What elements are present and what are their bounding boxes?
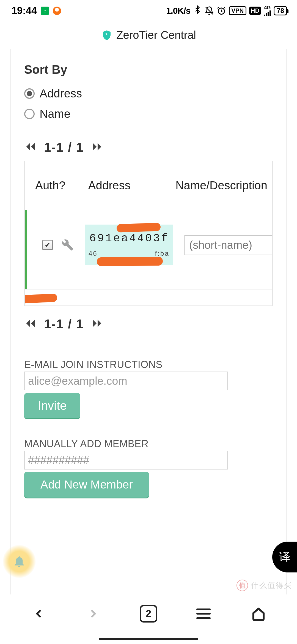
nav-forward-button[interactable] xyxy=(82,603,105,625)
mute-bell-icon xyxy=(205,6,214,15)
manual-address-input[interactable] xyxy=(24,451,228,470)
prev-page-icon[interactable] xyxy=(24,140,37,154)
next-page-icon[interactable] xyxy=(91,317,103,331)
radio-name-label: Name xyxy=(40,107,70,121)
table-row: ✔ 691ea4403f 46 f:ba xyxy=(25,210,272,289)
sort-heading: Sort By xyxy=(24,63,273,77)
add-member-button[interactable]: Add New Member xyxy=(24,472,149,498)
prev-page-icon[interactable] xyxy=(24,317,37,331)
signal-icon: 4G xyxy=(264,5,271,16)
pagination-bottom: 1-1 / 1 xyxy=(24,316,273,331)
invite-button[interactable]: Invite xyxy=(24,393,80,418)
manual-add-section: MANUALLY ADD MEMBER Add New Member xyxy=(24,438,273,498)
browser-nav-bar: 2 xyxy=(0,594,297,644)
battery-indicator: 78 xyxy=(274,6,287,15)
watermark-logo-icon: 值 xyxy=(237,580,248,591)
nav-tabs-button[interactable]: 2 xyxy=(138,603,160,625)
gesture-bar xyxy=(99,638,198,640)
pagination-text: 1-1 / 1 xyxy=(44,140,84,155)
watermark: 值 什么值得买 xyxy=(237,580,292,591)
app-title: ZeroTier Central xyxy=(116,29,196,41)
th-name: Name/Description xyxy=(175,179,267,192)
zerotier-logo-icon xyxy=(101,29,112,41)
vpn-icon: VPN xyxy=(229,6,246,15)
next-page-icon[interactable] xyxy=(91,140,103,154)
nav-back-button[interactable] xyxy=(28,603,50,625)
email-input[interactable] xyxy=(24,372,228,390)
members-table: Auth? Address Name/Description ✔ 691ea44… xyxy=(24,161,273,306)
app-header: ZeroTier Central xyxy=(0,21,297,49)
hd-icon: HD xyxy=(249,7,261,15)
redaction-stroke xyxy=(97,257,163,266)
th-address: Address xyxy=(88,179,176,192)
short-name-input[interactable] xyxy=(184,235,272,255)
sort-radio-group: Address Name xyxy=(24,87,273,121)
auth-checkbox[interactable]: ✔ xyxy=(42,240,53,250)
bluetooth-icon xyxy=(193,5,202,16)
nav-menu-button[interactable] xyxy=(193,603,215,625)
network-speed: 1.0K/s xyxy=(166,6,190,16)
status-clock: 19:44 xyxy=(12,5,37,17)
member-address[interactable]: 691ea4403f xyxy=(89,232,170,245)
user-badge-icon xyxy=(53,7,61,15)
alarm-icon xyxy=(217,6,226,15)
content-area: Sort By Address Name 1-1 / 1 Auth xyxy=(0,49,297,594)
th-auth: Auth? xyxy=(30,179,88,192)
radio-address[interactable] xyxy=(24,88,35,99)
notification-bell-icon[interactable] xyxy=(3,545,36,578)
manual-label: MANUALLY ADD MEMBER xyxy=(24,438,273,450)
radio-name[interactable] xyxy=(24,109,35,119)
email-invite-section: E-MAIL JOIN INSTRUCTIONS Invite xyxy=(24,359,273,418)
watermark-text: 什么值得买 xyxy=(251,580,292,591)
nav-home-button[interactable] xyxy=(248,603,270,625)
radio-address-label: Address xyxy=(40,87,82,100)
redaction-stroke xyxy=(117,223,161,233)
pagination-top: 1-1 / 1 xyxy=(24,140,273,155)
wrench-icon[interactable] xyxy=(62,239,74,251)
email-label: E-MAIL JOIN INSTRUCTIONS xyxy=(24,359,273,370)
pagination-text: 1-1 / 1 xyxy=(44,316,84,331)
app-badge-icon: ⌂ xyxy=(41,7,49,15)
status-bar: 19:44 ⌂ 1.0K/s VPN HD 4G 78 xyxy=(0,0,297,21)
member-sub-address: 46 f:ba xyxy=(89,250,170,258)
